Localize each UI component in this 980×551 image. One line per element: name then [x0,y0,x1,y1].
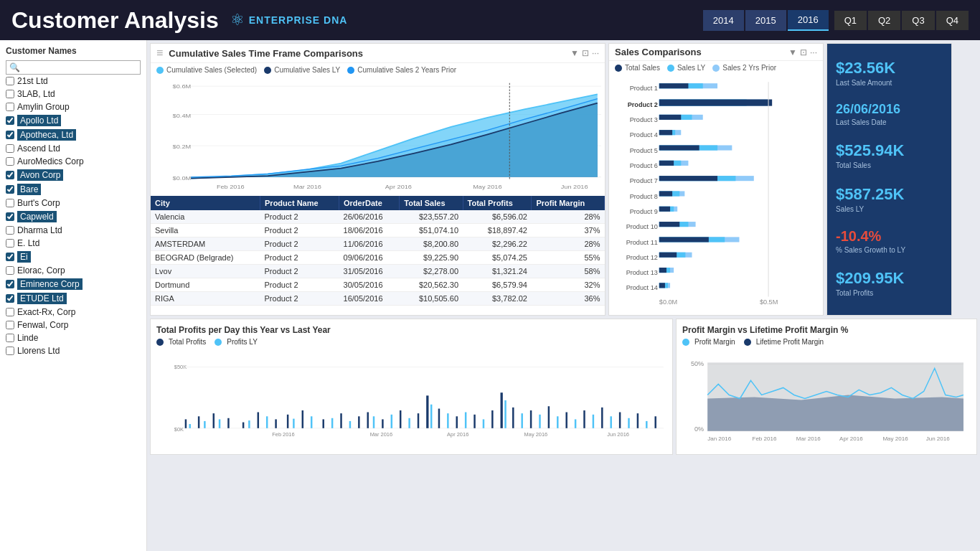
customer-search-input[interactable] [6,60,141,75]
quarter-filter-group: Q1 Q2 Q3 Q4 [834,11,969,30]
svg-marker-146 [707,395,963,430]
cumulative-panel-header: ≡ Cumulative Sales Time Frame Comparison… [151,44,605,63]
year-2015-btn[interactable]: 2015 [745,10,786,31]
panel-icons: ▼ ⊡ ··· [570,48,599,58]
svg-rect-64 [659,253,677,258]
svg-text:Feb 2016: Feb 2016 [217,183,245,189]
svg-text:$0.0M: $0.0M [173,175,192,182]
customer-list: 21st Ltd3LAB, LtdAmylin GroupApollo LtdA… [6,75,141,357]
customer-checkbox[interactable] [6,321,14,329]
svg-rect-130 [575,419,576,428]
table-cell: 11/06/2016 [339,237,400,251]
list-item: Eminence Corp [6,277,141,291]
customer-checkbox[interactable] [6,253,14,261]
customer-checkbox[interactable] [6,103,14,111]
dna-icon: ⚛ [230,11,245,29]
table-row[interactable]: DortmundProduct 230/05/2016$20,562.30$6,… [151,278,605,292]
svg-rect-44 [659,176,717,181]
kpi-last-sale-amount: $23.56K [836,59,943,77]
svg-rect-48 [659,191,672,196]
table-row[interactable]: BEOGRAD (Belgrade)Product 209/06/2016$9,… [151,251,605,265]
q2-btn[interactable]: Q2 [868,11,900,30]
sc-expand-icon[interactable]: ⊡ [800,47,807,57]
table-row[interactable]: AMSTERDAMProduct 211/06/2016$8,200.80$2,… [151,237,605,251]
expand-icon[interactable]: ⊡ [582,48,589,58]
customer-checkbox[interactable] [6,199,14,207]
svg-text:Product 1: Product 1 [630,85,658,92]
svg-rect-124 [521,413,522,428]
svg-rect-140 [654,416,656,428]
svg-rect-85 [219,419,220,428]
sc-more-icon[interactable]: ··· [810,47,817,57]
svg-text:Product 12: Product 12 [626,254,658,261]
list-item: Bare [6,182,141,197]
table-row[interactable]: SevillaProduct 218/06/2016$51,074.10$18,… [151,224,605,237]
sc-panel-icons: ▼ ⊡ ··· [788,47,817,57]
customer-checkbox[interactable] [6,157,14,166]
svg-text:Mar 2016: Mar 2016 [796,435,821,442]
year-2014-btn[interactable]: 2014 [703,10,744,31]
kpi-total-profits: $209.95K Total Profits [836,269,943,297]
svg-rect-20 [659,83,689,88]
table-row[interactable]: ValenciaProduct 226/06/2016$23,557.20$6,… [151,210,605,224]
customer-checkbox[interactable] [6,131,14,139]
customer-checkbox[interactable] [6,280,14,288]
table-cell: 30/05/2016 [339,278,400,292]
sales-comparison-title: Sales Comparisons [615,47,702,57]
table-cell: $9,225.90 [400,251,463,265]
table-cell: 18/06/2016 [339,224,400,237]
svg-text:Product 3: Product 3 [630,116,658,123]
table-cell: 36% [532,292,605,306]
q3-btn[interactable]: Q3 [902,11,934,30]
svg-rect-94 [293,419,294,428]
bottom-row: Total Profits per Day this Year vs Last … [150,319,977,455]
list-item: Amylin Group [6,100,141,113]
table-cell: Product 2 [260,210,339,224]
svg-rect-52 [659,207,670,212]
customer-checkbox[interactable] [6,226,14,235]
list-item: ETUDE Ltd [6,291,141,306]
svg-rect-118 [483,419,484,428]
table-row[interactable]: LvovProduct 231/05/2016$2,278.00$1,321.2… [151,265,605,278]
list-item: Linde [6,331,141,344]
customer-checkbox[interactable] [6,266,14,275]
customer-checkbox[interactable] [6,171,14,179]
customer-checkbox[interactable] [6,185,14,194]
customer-name-label: Apotheca, Ltd [17,129,76,141]
customer-checkbox[interactable] [6,90,14,98]
svg-text:$0.5M: $0.5M [760,298,778,306]
svg-rect-113 [438,409,440,428]
customer-checkbox[interactable] [6,294,14,303]
profit-margin-chart: 50% 0% Jan 2016 Feb 2016 Mar 2016 Ap [682,349,971,448]
customer-checkbox[interactable] [6,77,14,85]
q4-btn[interactable]: Q4 [936,11,969,30]
svg-rect-104 [373,416,374,428]
list-item: Llorens Ltd [6,344,141,357]
table-cell: $1,321.24 [463,265,532,278]
customer-checkbox[interactable] [6,308,14,316]
svg-rect-132 [583,410,585,428]
svg-text:Product 13: Product 13 [626,269,658,276]
svg-rect-36 [659,145,699,150]
customer-checkbox[interactable] [6,116,14,125]
svg-text:Product 10: Product 10 [626,223,658,230]
cumulative-panel: ≡ Cumulative Sales Time Frame Comparison… [150,43,606,316]
customer-checkbox[interactable] [6,239,14,248]
year-2016-btn[interactable]: 2016 [788,10,829,31]
customer-name-label: Fenwal, Corp [17,320,68,330]
customer-checkbox[interactable] [6,212,14,221]
svg-rect-126 [539,415,540,428]
customer-checkbox[interactable] [6,144,14,153]
q1-btn[interactable]: Q1 [834,11,867,30]
table-row[interactable]: RIGAProduct 216/05/2016$10,505.60$3,782.… [151,292,605,306]
kpi-last-date: 26/06/2016 Last Sales Date [836,102,943,126]
customer-checkbox[interactable] [6,347,14,355]
sc-filter-icon[interactable]: ▼ [788,47,797,57]
customer-checkbox[interactable] [6,334,14,342]
customer-name-label: E. Ltd [17,238,39,248]
svg-rect-117 [473,415,475,428]
kpi-last-sale-label: Last Sale Amount [836,79,943,87]
more-icon[interactable]: ··· [592,48,599,58]
filter-icon[interactable]: ▼ [570,48,579,58]
customer-name-label: Exact-Rx, Corp [17,307,75,317]
